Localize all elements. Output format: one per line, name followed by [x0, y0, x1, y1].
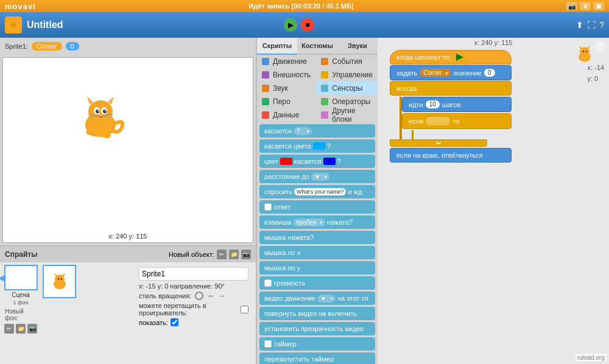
block-touches[interactable]: касается ? [259, 124, 375, 138]
svg-point-11 [105, 110, 106, 111]
block-video-motion[interactable]: видео движение ▼ на этот сп [259, 292, 375, 305]
bg-folder-icon[interactable]: 📁 [16, 324, 26, 334]
show-label: показать: [139, 319, 168, 326]
block-key-pressed[interactable]: клавиша пробел нажата? [259, 215, 375, 229]
cat-sound[interactable]: Звук [257, 82, 316, 95]
color-input[interactable] [313, 142, 325, 150]
recording-bar: movavi Идёт запись [00:03:20 / 45.1 МБ] … [0, 0, 609, 12]
cat-sensors[interactable]: Сенсоры [316, 82, 378, 95]
steps-input[interactable]: 10 [426, 100, 440, 108]
block-ask[interactable]: спросить What's your name? и жд [259, 185, 375, 198]
hat-block[interactable]: когда щелкнут по [390, 50, 512, 65]
tab-scripts[interactable]: Скрипты [257, 38, 297, 55]
show-checkbox[interactable] [171, 318, 178, 326]
bg-paint-icon[interactable]: ✏ [4, 324, 14, 334]
sprite-item[interactable] [43, 265, 76, 298]
cat-movement[interactable]: Движение [257, 55, 316, 68]
sprites-content: ◀ Сцена 1 фон Новый фон: ✏ 📁 📷 [0, 262, 256, 364]
rotation-fixed-icon[interactable]: → [218, 292, 225, 300]
forever-block[interactable]: всегда [390, 81, 512, 96]
script-help-btn[interactable]: ? [594, 40, 607, 52]
stage-arrow[interactable]: ◀ [0, 273, 5, 282]
block-text: видео движение [264, 295, 315, 302]
block-mouse-y[interactable]: мышка по у [259, 261, 375, 275]
tab-costumes[interactable]: Костюмы [297, 38, 337, 55]
answer-checkbox[interactable] [264, 203, 272, 211]
stop-btn[interactable]: ■ [301, 18, 314, 32]
script-area: x: 240 y: 115 когда щелкнут по задать Co… [378, 38, 609, 364]
block-set-video-trans[interactable]: установить прозрачность видео [259, 322, 375, 335]
block-touches-color[interactable]: касается цвета ? [259, 139, 375, 153]
download-icon[interactable]: ⬆ [576, 20, 583, 30]
block-text: таймер [274, 340, 297, 348]
watermark: ruload.org [576, 354, 607, 362]
cat-dot-events [321, 58, 328, 65]
if-condition[interactable] [426, 117, 450, 125]
block-timer[interactable]: таймер [259, 337, 375, 351]
key-dropdown[interactable]: пробел [293, 219, 325, 226]
block-distance[interactable]: расстояние до ▼ [259, 170, 375, 183]
move-block[interactable]: идти 10 шагов [402, 97, 512, 112]
stage-box[interactable]: ◀ [4, 265, 38, 290]
block-mouse-down[interactable]: мышка нажата? [259, 231, 375, 244]
hat-label: когда щелкнут по [396, 54, 450, 61]
camera-new-icon[interactable]: 📷 [241, 250, 251, 259]
block-volume[interactable]: громкость [259, 276, 375, 290]
paint-icon[interactable]: ✏ [217, 250, 227, 259]
fullscreen-icon[interactable]: ⛶ [587, 20, 596, 30]
sprites-tab[interactable]: Спрайты [5, 250, 37, 259]
color2-input[interactable] [280, 158, 292, 165]
timer-checkbox[interactable] [264, 340, 272, 348]
set-block[interactable]: задать Corner значение 0 [390, 65, 512, 80]
cat-control[interactable]: Управление [316, 68, 378, 82]
ask-input[interactable]: What's your name? [294, 188, 346, 195]
svg-point-1 [88, 100, 113, 122]
if-block[interactable]: если то [402, 113, 512, 129]
help-icon[interactable]: ? [599, 20, 604, 30]
category-right-column: События Управление Сенсоры Операторы [316, 55, 378, 122]
rotation-arrow-icon[interactable]: ↔ [207, 292, 214, 300]
block-turn-video[interactable]: повернуть видео на включить [259, 307, 375, 320]
cat-events[interactable]: События [316, 55, 378, 68]
sprite-details: x: -15 y: 0 направление: 90° стиль враще… [134, 265, 253, 362]
cat-label-other: Другие блоки [332, 107, 373, 124]
svg-point-24 [57, 278, 58, 279]
distance-dropdown[interactable]: ▼ [311, 173, 329, 181]
blocks-palette: Скрипты Костюмы Звуки Движение Внешность [256, 38, 378, 364]
block-mouse-x[interactable]: мышка по x [259, 246, 375, 259]
block-answer[interactable]: ответ [259, 200, 375, 214]
pause-btn[interactable]: ⏸ [580, 2, 591, 10]
sprite-name-input[interactable] [139, 267, 248, 281]
block-reset-timer[interactable]: перезапустить таймер [259, 352, 375, 364]
set-value[interactable]: 0 [484, 69, 495, 77]
folder-icon[interactable]: 📁 [229, 250, 239, 259]
color3-input[interactable] [323, 158, 336, 165]
block-color-touches[interactable]: цвет касается ? [259, 155, 375, 168]
forever-arrow [435, 141, 442, 147]
scratch-app: Untitled ▶ ■ ⬆ ⛶ ? Sprite1: Corner 0 [0, 12, 609, 364]
cat-appearance[interactable]: Внешность [257, 68, 316, 82]
new-bg-label: Новый фон: [5, 308, 37, 321]
cat-data[interactable]: Данные [257, 108, 316, 122]
move-label: идти [409, 101, 423, 108]
bounce-block[interactable]: если на краю, отвёлкнуться [390, 148, 512, 163]
var-dropdown[interactable]: Corner [420, 69, 451, 77]
movavi-logo: movavi [5, 2, 36, 11]
cat-dot-operators [321, 98, 328, 105]
cat-pen[interactable]: Перо [257, 95, 316, 108]
camera-btn[interactable]: 📷 [566, 2, 577, 10]
run-btn[interactable]: ▶ [284, 18, 297, 32]
if-label: если [409, 117, 423, 125]
tab-sounds[interactable]: Звуки [337, 38, 378, 55]
bg-icons: ✏ 📁 📷 [4, 324, 37, 334]
cat-other[interactable]: Другие блоки [316, 108, 378, 122]
rotation-circle-icon[interactable] [195, 292, 203, 300]
video-dropdown[interactable]: ▼ [317, 295, 336, 303]
cat-label-pen: Перо [273, 97, 290, 106]
stop-btn[interactable]: ⏹ [593, 2, 604, 10]
drag-checkbox[interactable] [241, 306, 248, 313]
touches-dropdown[interactable]: ? [294, 127, 312, 135]
volume-checkbox[interactable] [264, 279, 272, 287]
script-stack: когда щелкнут по задать Corner значение … [390, 50, 512, 163]
bg-camera-icon[interactable]: 📷 [27, 324, 37, 334]
